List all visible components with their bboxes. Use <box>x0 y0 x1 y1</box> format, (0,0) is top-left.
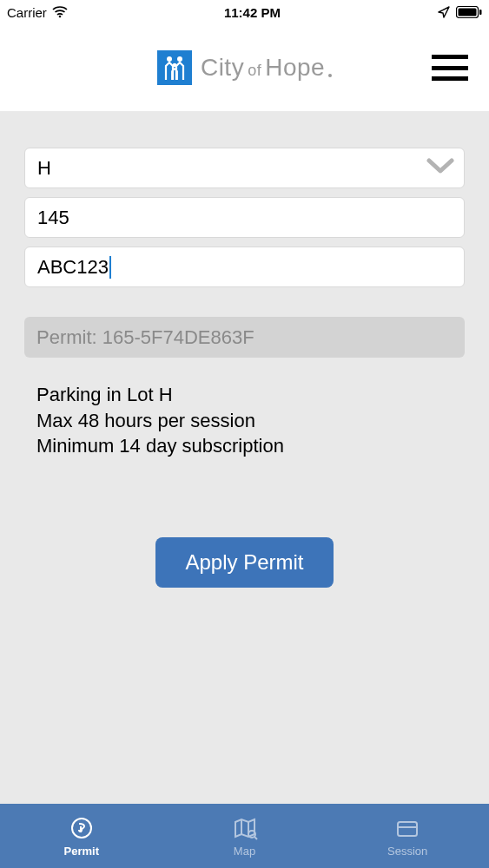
content-area: H ABC123 Permit: 165-5F74DE863F Parking … <box>0 111 489 804</box>
svg-rect-3 <box>479 10 482 15</box>
apply-permit-button[interactable]: Apply Permit <box>155 537 333 588</box>
svg-point-4 <box>167 56 172 62</box>
battery-icon <box>456 6 482 18</box>
app-header: City of Hope <box>0 24 489 111</box>
logo-city: City <box>201 54 244 82</box>
lot-select-value: H <box>37 157 51 180</box>
lot-select[interactable]: H <box>24 148 465 188</box>
tab-map-label: Map <box>234 845 255 858</box>
info-line-2: Max 48 hours per session <box>36 408 465 434</box>
status-time: 11:42 PM <box>224 5 281 20</box>
status-left: Carrier <box>7 5 68 20</box>
info-line-3: Minimum 14 day subscription <box>36 433 465 459</box>
tab-session[interactable]: Session <box>326 804 489 868</box>
tab-permit[interactable]: Permit <box>0 804 163 868</box>
logo-mark-icon <box>157 50 192 85</box>
tab-bar: Permit Map Session <box>0 804 489 868</box>
svg-point-0 <box>59 16 62 18</box>
menu-button[interactable] <box>432 55 468 81</box>
carrier-text: Carrier <box>7 5 47 20</box>
space-input-wrapper <box>24 197 465 238</box>
svg-rect-2 <box>458 9 476 16</box>
wifi-icon <box>52 6 68 18</box>
svg-rect-9 <box>398 822 417 836</box>
svg-point-5 <box>177 56 182 62</box>
status-bar: Carrier 11:42 PM <box>0 0 489 24</box>
tab-session-label: Session <box>387 845 427 858</box>
info-line-1: Parking in Lot H <box>36 382 465 408</box>
permit-display: Permit: 165-5F74DE863F <box>24 317 465 358</box>
logo-dot-icon <box>328 74 332 77</box>
logo-of: of <box>248 62 261 80</box>
plate-input-wrapper: ABC123 <box>24 247 465 287</box>
location-arrow-icon <box>437 5 451 19</box>
permit-text: Permit: 165-5F74DE863F <box>36 326 254 349</box>
chevron-down-icon <box>426 156 455 181</box>
logo: City of Hope <box>157 50 332 85</box>
logo-hope: Hope <box>265 54 325 82</box>
tab-permit-label: Permit <box>64 845 99 858</box>
space-input[interactable] <box>37 207 452 229</box>
logo-text: City of Hope <box>201 54 332 82</box>
tab-map[interactable]: Map <box>163 804 327 868</box>
info-text: Parking in Lot H Max 48 hours per sessio… <box>24 382 465 459</box>
status-right <box>437 5 482 19</box>
